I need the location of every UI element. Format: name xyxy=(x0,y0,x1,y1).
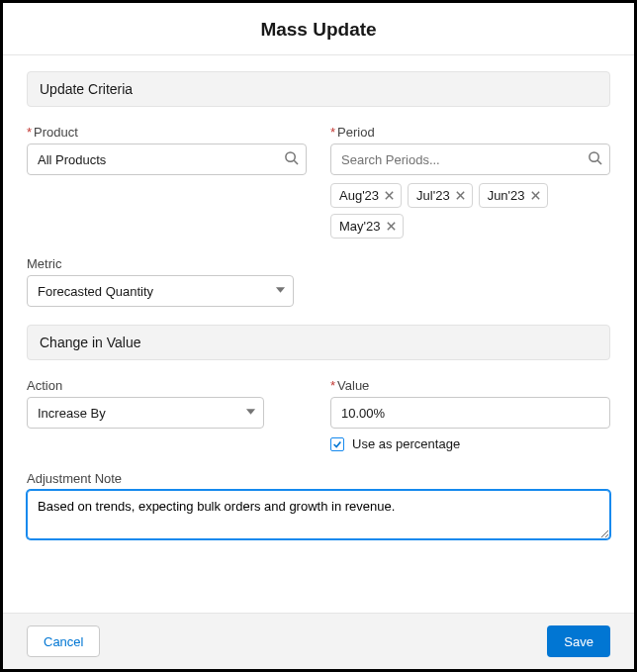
dialog-body: Update Criteria *Product *Period xyxy=(3,55,634,613)
chip-label: May'23 xyxy=(339,219,381,234)
dialog-header: Mass Update xyxy=(3,3,634,55)
section-update-criteria: Update Criteria xyxy=(27,71,610,107)
period-field: *Period Aug'23 Jul'23 xyxy=(330,125,610,239)
metric-field: Metric Forecasted Quantity xyxy=(27,256,610,307)
adjustment-note-label: Adjustment Note xyxy=(27,471,610,486)
value-input[interactable] xyxy=(330,397,610,429)
dialog-footer: Cancel Save xyxy=(3,613,634,669)
adjustment-note-field: Adjustment Note xyxy=(27,471,610,542)
period-label: *Period xyxy=(330,125,610,140)
product-input[interactable] xyxy=(27,144,307,175)
use-as-percentage-checkbox[interactable] xyxy=(330,437,344,451)
chip-label: Jul'23 xyxy=(416,188,450,203)
value-field: *Value Use as percentage xyxy=(330,378,610,451)
close-icon[interactable] xyxy=(384,190,395,201)
action-field: Action Increase By xyxy=(27,378,307,451)
period-chip[interactable]: Aug'23 xyxy=(330,183,402,208)
cancel-button[interactable]: Cancel xyxy=(27,625,100,657)
section-change-in-value: Change in Value xyxy=(27,325,610,360)
required-indicator: * xyxy=(330,125,335,140)
close-icon[interactable] xyxy=(530,190,541,201)
required-indicator: * xyxy=(330,378,335,393)
svg-line-3 xyxy=(597,160,601,164)
period-chip[interactable]: Jun'23 xyxy=(479,183,548,208)
action-label: Action xyxy=(27,378,307,393)
dialog-title: Mass Update xyxy=(3,19,634,41)
close-icon[interactable] xyxy=(386,221,397,232)
use-as-percentage-label: Use as percentage xyxy=(352,436,460,451)
percentage-checkbox-row: Use as percentage xyxy=(330,436,610,451)
close-icon[interactable] xyxy=(455,190,466,201)
save-button[interactable]: Save xyxy=(547,625,610,657)
metric-select[interactable]: Forecasted Quantity xyxy=(27,275,294,307)
product-label: *Product xyxy=(27,125,307,140)
required-indicator: * xyxy=(27,125,32,140)
chip-label: Jun'23 xyxy=(488,188,525,203)
svg-point-2 xyxy=(590,152,598,161)
search-icon[interactable] xyxy=(588,150,602,168)
adjustment-note-textarea[interactable] xyxy=(27,490,610,539)
chip-label: Aug'23 xyxy=(339,188,379,203)
period-chip[interactable]: May'23 xyxy=(330,214,404,239)
svg-point-0 xyxy=(286,152,295,161)
value-label: *Value xyxy=(330,378,610,393)
svg-line-1 xyxy=(294,160,298,164)
product-field: *Product xyxy=(27,125,307,239)
period-chips: Aug'23 Jul'23 Jun'23 xyxy=(330,183,610,239)
search-icon[interactable] xyxy=(284,150,299,168)
period-chip[interactable]: Jul'23 xyxy=(408,183,473,208)
metric-label: Metric xyxy=(27,256,610,271)
period-search-input[interactable] xyxy=(330,144,610,175)
action-select[interactable]: Increase By xyxy=(27,397,264,429)
